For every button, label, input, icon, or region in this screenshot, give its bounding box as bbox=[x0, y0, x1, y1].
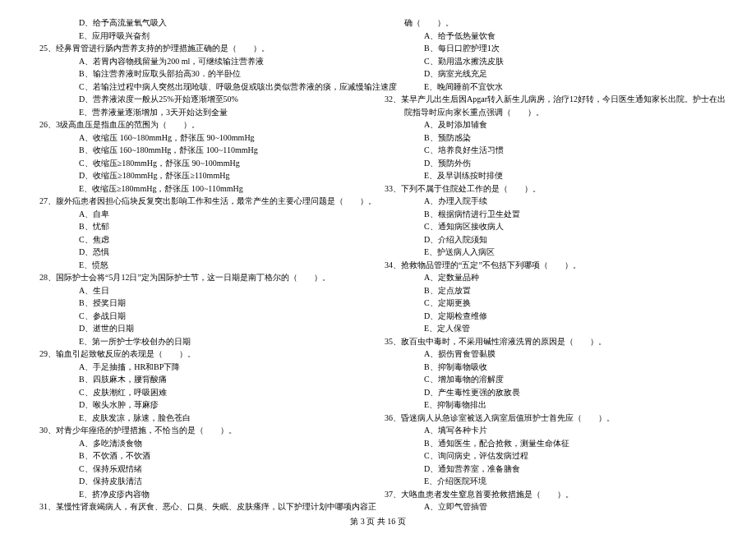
option-line: E、愤怒 bbox=[39, 259, 371, 272]
option-line: B、收缩压 160~180mmHg，舒张压 100~110mmHg bbox=[39, 144, 371, 157]
option-line: A、立即气管插管 bbox=[385, 500, 717, 513]
question-line: 35、敌百虫中毒时，不采用碱性溶液洗胃的原因是（ ）。 bbox=[385, 335, 717, 348]
question-line: 34、抢救物品管理的“五定”不包括下列哪项（ ）。 bbox=[385, 259, 717, 272]
option-line: C、培养良好生活习惯 bbox=[385, 144, 717, 157]
option-line: C、勤用温水擦洗皮肤 bbox=[385, 55, 717, 68]
option-line: A、生日 bbox=[39, 284, 371, 297]
option-line: A、收缩压 160~180mmHg，舒张压 90~100mmHg bbox=[39, 131, 371, 145]
option-line: E、介绍医院环境 bbox=[385, 475, 717, 488]
option-line: A、若胃内容物残留量为200 ml，可继续输注营养液 bbox=[39, 55, 371, 68]
option-line: E、营养液量逐渐增加，3天开始达到全量 bbox=[39, 106, 371, 119]
right-column: 确（ ）。A、给予低热量饮食B、每日口腔护理1次C、勤用温水擦洗皮肤D、病室光线… bbox=[378, 16, 723, 485]
option-line: D、收缩压≥180mmHg，舒张压≥110mmHg bbox=[39, 169, 371, 182]
option-line: E、收缩压≥180mmHg，舒张压 100~110mmHg bbox=[39, 182, 371, 196]
option-line: C、通知病区接收病人 bbox=[385, 220, 717, 233]
option-line: B、预防感染 bbox=[385, 131, 717, 145]
option-line: A、手足抽搐，HR和BP下降 bbox=[39, 361, 371, 374]
option-line: B、四肢麻木，腰背酸痛 bbox=[39, 373, 371, 386]
option-line: A、给予低热量饮食 bbox=[385, 30, 717, 43]
option-line: E、及早训练按时排便 bbox=[385, 169, 717, 182]
option-line: E、皮肤发凉，脉速，脸色苍白 bbox=[39, 412, 371, 425]
option-line: C、焦虑 bbox=[39, 233, 371, 246]
option-line: D、产生毒性更强的敌敌畏 bbox=[385, 386, 717, 399]
option-line: A、自卑 bbox=[39, 208, 371, 221]
option-line: D、恐惧 bbox=[39, 246, 371, 259]
left-column: D、给予高流量氧气吸入E、应用呼吸兴奋剂25、经鼻胃管进行肠内营养支持的护理措施… bbox=[33, 16, 378, 485]
option-line: C、若输注过程中病人突然出现呛咳、呼吸急促或咳出类似营养液的痰，应减慢输注速度 bbox=[39, 81, 371, 94]
option-line: B、忧郁 bbox=[39, 220, 371, 233]
option-line: E、应用呼吸兴奋剂 bbox=[39, 30, 371, 43]
question-line: 31、某慢性肾衰竭病人，有厌食、恶心、口臭、失眠、皮肤瘙痒，以下护理计划中哪项内… bbox=[39, 500, 371, 513]
option-line: C、参战日期 bbox=[39, 310, 371, 323]
option-line: B、通知医生，配合抢救，测量生命体征 bbox=[385, 437, 717, 450]
option-line: D、逝世的日期 bbox=[39, 322, 371, 335]
option-line: A、及时添加辅食 bbox=[385, 118, 717, 131]
page-footer: 第 3 页 共 16 页 bbox=[0, 516, 756, 527]
option-line: C、皮肤潮红，呼吸困难 bbox=[39, 386, 371, 399]
option-line: D、预防外伤 bbox=[385, 157, 717, 170]
option-line: D、营养液浓度一般从25%开始逐渐增至50% bbox=[39, 93, 371, 106]
option-line: D、保持皮肤清洁 bbox=[39, 475, 371, 488]
option-line: B、每日口腔护理1次 bbox=[385, 42, 717, 55]
option-line: B、输注营养液时应取头部抬高30．的半卧位 bbox=[39, 67, 371, 81]
option-line: B、抑制毒物吸收 bbox=[385, 361, 717, 374]
option-line: A、多吃清淡食物 bbox=[39, 437, 371, 450]
option-line: A、办理入院手续 bbox=[385, 195, 717, 208]
option-line: E、抑制毒物排出 bbox=[385, 398, 717, 412]
option-line: C、保持乐观情绪 bbox=[39, 463, 371, 476]
option-line: D、介绍入院须知 bbox=[385, 233, 717, 246]
option-line: D、定期检查维修 bbox=[385, 310, 717, 323]
text-line: 院指导时应向家长重点强调（ ）。 bbox=[385, 106, 717, 119]
option-line: E、定人保管 bbox=[385, 322, 717, 335]
option-line: B、定点放置 bbox=[385, 284, 717, 297]
page-content: D、给予高流量氧气吸入E、应用呼吸兴奋剂25、经鼻胃管进行肠内营养支持的护理措施… bbox=[0, 0, 756, 509]
option-line: D、给予高流量氧气吸入 bbox=[39, 16, 371, 30]
option-line: A、损伤胃食管黏膜 bbox=[385, 348, 717, 361]
option-line: C、增加毒物的溶解度 bbox=[385, 373, 717, 386]
question-line: 27、腹外疝患者因担心疝块反复突出影响工作和生活，最常产生的主要心理问题是（ ）… bbox=[39, 195, 371, 208]
question-line: 29、输血引起致敏反应的表现是（ ）。 bbox=[39, 348, 371, 361]
option-line: C、收缩压≥180mmHg，舒张压 90~100mmHg bbox=[39, 157, 371, 170]
option-line: B、不饮酒，不饮酒 bbox=[39, 449, 371, 463]
question-line: 30、对青少年痤疮的护理措施，不恰当的是（ ）。 bbox=[39, 424, 371, 437]
option-line: D、喉头水肿，荨麻疹 bbox=[39, 398, 371, 412]
option-line: B、根据病情进行卫生处置 bbox=[385, 208, 717, 221]
option-line: E、第一所护士学校创办的日期 bbox=[39, 335, 371, 348]
option-line: A、填写各种卡片 bbox=[385, 424, 717, 437]
question-line: 28、国际护士会将“5月12日”定为国际护士节，这一日期是南丁格尔的（ ）。 bbox=[39, 271, 371, 284]
text-line: 确（ ）。 bbox=[385, 16, 717, 30]
option-line: A、定数量品种 bbox=[385, 271, 717, 284]
question-line: 26、3级高血压是指血压的范围为（ ）。 bbox=[39, 118, 371, 131]
question-line: 25、经鼻胃管进行肠内营养支持的护理措施正确的是（ ）。 bbox=[39, 42, 371, 55]
option-line: B、授奖日期 bbox=[39, 297, 371, 310]
option-line: E、护送病人入病区 bbox=[385, 246, 717, 259]
question-line: 33、下列不属于住院处工作的是（ ）。 bbox=[385, 182, 717, 196]
question-line: 32、某早产儿出生后因Apgar转入新生儿病房，治疗12好转，今日医生通知家长出… bbox=[385, 93, 717, 106]
option-line: D、通知营养室，准备膳食 bbox=[385, 463, 717, 476]
question-line: 36、昏迷病人从急诊室被送入病室后值班护士首先应（ ）。 bbox=[385, 412, 717, 425]
question-line: 37、大咯血患者发生窒息首要抢救措施是（ ）。 bbox=[385, 488, 717, 501]
option-line: C、定期更换 bbox=[385, 297, 717, 310]
option-line: C、询问病史，评估发病过程 bbox=[385, 449, 717, 463]
option-line: E、挤净皮疹内容物 bbox=[39, 488, 371, 501]
option-line: D、病室光线充足 bbox=[385, 67, 717, 81]
option-line: E、晚间睡前不宜饮水 bbox=[385, 81, 717, 94]
